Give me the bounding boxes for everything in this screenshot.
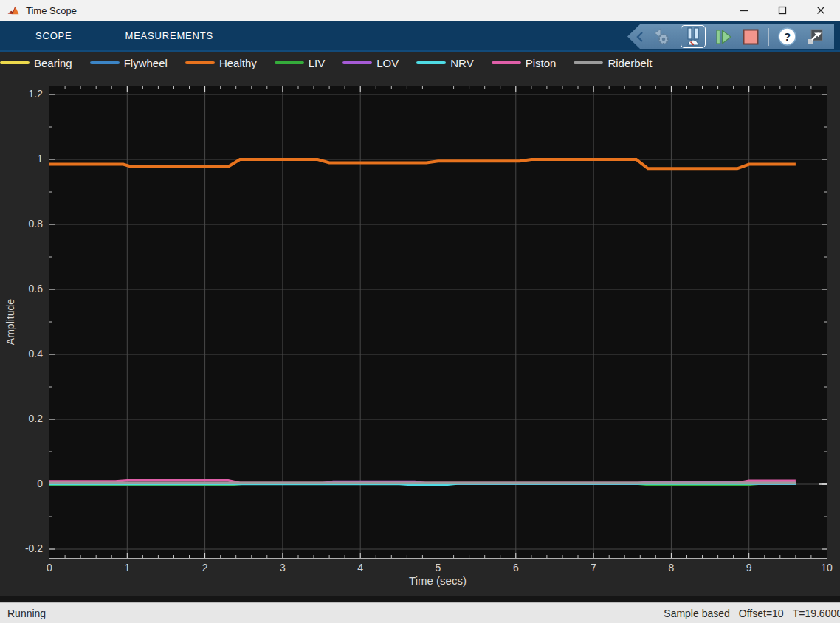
help-button[interactable]: ? — [777, 27, 797, 47]
legend-item-healthy[interactable]: Healthy — [185, 57, 257, 69]
status-bar: Running Sample based Offset=10 T=19.6000 — [0, 602, 840, 623]
stop-button[interactable] — [741, 27, 760, 47]
ribbon: SCOPE MEASUREMENTS — [0, 21, 840, 52]
minimize-button[interactable] — [725, 0, 763, 21]
legend-swatch-bearing — [0, 61, 30, 64]
help-glyph: ? — [784, 30, 791, 43]
y-tick-label: 0.6 — [0, 283, 43, 295]
x-tick-label: 6 — [513, 562, 519, 574]
legend-swatch-piston — [492, 61, 521, 64]
legend-item-riderbelt[interactable]: Riderbelt — [574, 57, 652, 69]
legend-label: Piston — [526, 57, 557, 69]
legend-label: LIV — [309, 57, 326, 69]
legend-label: Flywheel — [124, 57, 168, 69]
trace-healthy — [49, 159, 796, 168]
pause-button-selected-frame — [681, 25, 706, 48]
legend-swatch-flywheel — [90, 61, 120, 64]
pause-button[interactable] — [684, 27, 703, 47]
scope-plot — [49, 86, 827, 558]
undock-icon — [805, 27, 825, 47]
y-tick-label: 0 — [0, 478, 43, 489]
y-axis-label: Amplitude — [4, 299, 16, 345]
legend-item-liv[interactable]: LIV — [275, 57, 326, 69]
toolbar-separator — [768, 28, 769, 46]
stop-icon — [741, 27, 760, 47]
legend-swatch-healthy — [185, 61, 215, 64]
time-scope-window: Time Scope SCOPE MEASUR — [0, 0, 840, 623]
x-tick-label: 0 — [47, 562, 52, 574]
x-tick-label: 2 — [202, 562, 208, 574]
window-controls — [725, 0, 840, 21]
legend-label: Bearing — [34, 57, 72, 69]
x-tick-label: 7 — [591, 562, 596, 574]
legend-swatch-riderbelt — [574, 61, 603, 64]
status-running: Running — [0, 607, 46, 619]
x-tick-label: 9 — [746, 562, 752, 574]
x-tick-label: 5 — [436, 562, 441, 574]
titlebar: Time Scope — [0, 0, 840, 21]
y-tick-label: 0.8 — [0, 218, 43, 230]
status-right-group: Sample based Offset=10 T=19.6000 — [664, 607, 840, 619]
y-tick-label: 1 — [0, 153, 43, 165]
legend-item-bearing[interactable]: Bearing — [0, 57, 72, 69]
pause-icon — [684, 27, 703, 47]
legend-bar: BearingFlywheelHealthyLIVLOVNRVPistonRid… — [0, 52, 840, 74]
legend-item-lov[interactable]: LOV — [342, 57, 399, 69]
step-forward-button[interactable] — [714, 27, 733, 47]
undock-button[interactable] — [805, 27, 825, 47]
x-tick-label: 3 — [280, 562, 286, 574]
legend-item-piston[interactable]: Piston — [492, 57, 557, 69]
legend-swatch-nrv — [416, 61, 446, 64]
step-back-button[interactable] — [652, 27, 672, 47]
minimize-icon — [740, 6, 748, 15]
legend-label: Healthy — [219, 57, 257, 69]
x-axis-label: Time (secs) — [409, 574, 467, 587]
close-icon — [816, 6, 825, 15]
step-back-settings-icon — [652, 27, 672, 47]
x-tick-label: 8 — [668, 562, 674, 574]
x-tick-label: 10 — [821, 562, 833, 574]
matlab-logo-icon — [7, 4, 20, 17]
window-title: Time Scope — [26, 5, 77, 16]
maximize-icon — [778, 6, 787, 15]
y-tick-label: -0.2 — [0, 543, 43, 554]
plot-region: Amplitude Time (secs) -0.200.20.40.60.81… — [0, 74, 840, 602]
maximize-button[interactable] — [763, 0, 802, 21]
legend-label: Riderbelt — [607, 57, 652, 69]
axes-box[interactable] — [49, 86, 827, 558]
simulation-toolbar: ? — [627, 24, 834, 49]
collapse-left-icon[interactable] — [636, 31, 644, 43]
help-icon: ? — [777, 27, 797, 47]
x-tick-label: 4 — [357, 562, 363, 574]
status-time: T=19.6000 — [793, 607, 840, 619]
x-tick-label: 1 — [124, 562, 130, 574]
y-tick-label: 0.2 — [0, 413, 43, 424]
legend-label: NRV — [450, 57, 473, 69]
legend-swatch-liv — [275, 61, 304, 64]
bottom-strip — [0, 596, 840, 602]
legend-swatch-lov — [342, 61, 372, 64]
legend-item-flywheel[interactable]: Flywheel — [90, 57, 168, 69]
y-tick-label: 0.4 — [0, 348, 43, 359]
step-forward-icon — [714, 27, 733, 47]
y-tick-label: 1.2 — [0, 88, 43, 100]
close-button[interactable] — [802, 0, 840, 21]
status-sample-mode: Sample based — [664, 607, 730, 619]
status-offset: Offset=10 — [739, 607, 784, 619]
tab-scope[interactable]: SCOPE — [35, 30, 72, 41]
tab-measurements[interactable]: MEASUREMENTS — [125, 30, 213, 41]
legend-label: LOV — [376, 57, 399, 69]
legend-item-nrv[interactable]: NRV — [416, 57, 473, 69]
